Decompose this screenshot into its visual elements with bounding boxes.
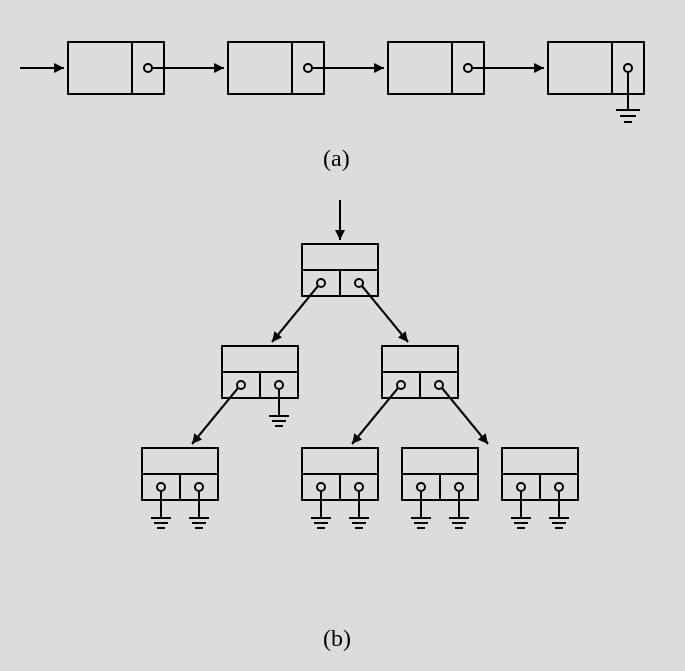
binary-tree xyxy=(142,200,578,528)
svg-point-41 xyxy=(397,381,405,389)
caption-a: (a) xyxy=(323,145,350,172)
ground-icon xyxy=(449,491,469,528)
ground-icon xyxy=(349,491,369,528)
svg-rect-5 xyxy=(228,42,324,94)
svg-point-88 xyxy=(555,483,563,491)
svg-point-87 xyxy=(517,483,525,491)
ground-icon xyxy=(549,491,569,528)
tree-node-leaf xyxy=(402,448,478,528)
svg-point-32 xyxy=(275,381,283,389)
list-node xyxy=(388,42,544,94)
svg-point-62 xyxy=(355,483,363,491)
diagram-svg xyxy=(0,0,685,671)
caption-b: (b) xyxy=(323,625,351,652)
tree-node xyxy=(192,346,298,444)
svg-point-25 xyxy=(355,279,363,287)
ground-icon xyxy=(269,389,289,426)
svg-point-11 xyxy=(464,64,472,72)
svg-point-49 xyxy=(195,483,203,491)
svg-point-31 xyxy=(237,381,245,389)
svg-line-43 xyxy=(352,388,398,444)
list-node xyxy=(228,42,384,94)
tree-node-root xyxy=(272,244,408,342)
ground-icon xyxy=(151,491,171,528)
svg-rect-1 xyxy=(68,42,164,94)
svg-rect-13 xyxy=(548,42,644,94)
tree-node-leaf xyxy=(302,448,378,528)
ground-icon xyxy=(511,491,531,528)
list-node xyxy=(68,42,224,94)
svg-point-61 xyxy=(317,483,325,491)
svg-point-42 xyxy=(435,381,443,389)
svg-point-75 xyxy=(455,483,463,491)
tree-node-leaf xyxy=(142,448,218,528)
tree-node-leaf xyxy=(502,448,578,528)
svg-line-27 xyxy=(362,286,408,342)
ground-icon xyxy=(411,491,431,528)
ground-icon xyxy=(311,491,331,528)
ground-icon xyxy=(616,72,640,122)
svg-point-7 xyxy=(304,64,312,72)
svg-rect-9 xyxy=(388,42,484,94)
svg-line-44 xyxy=(442,388,488,444)
svg-line-33 xyxy=(192,388,238,444)
svg-point-24 xyxy=(317,279,325,287)
tree-node xyxy=(352,346,488,444)
svg-point-48 xyxy=(157,483,165,491)
svg-line-26 xyxy=(272,286,318,342)
ground-icon xyxy=(189,491,209,528)
svg-point-3 xyxy=(144,64,152,72)
svg-point-15 xyxy=(624,64,632,72)
linked-list xyxy=(20,42,644,122)
svg-point-74 xyxy=(417,483,425,491)
list-node xyxy=(548,42,644,122)
